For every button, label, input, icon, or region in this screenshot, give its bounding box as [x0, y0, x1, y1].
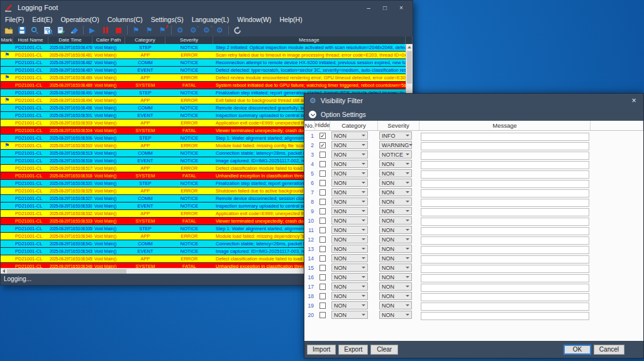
severity-select[interactable]: NON [379, 254, 412, 262]
stop-logging-button[interactable] [113, 25, 125, 35]
hidden-checkbox[interactable]: ✓ [319, 142, 326, 148]
severity-select[interactable]: NOTICE [379, 150, 412, 158]
hidden-checkbox[interactable] [319, 161, 326, 167]
menu-item-windoww[interactable]: Window(W) [237, 16, 271, 23]
category-select[interactable]: NON [331, 150, 368, 158]
table-row[interactable]: PD21001-CL2025-08-29T16:53:08.476933Void… [1, 44, 406, 52]
eraser-button[interactable] [69, 25, 80, 35]
table-row[interactable]: PD21001-CL2025-08-29T16:53:08.489993Void… [1, 82, 406, 89]
category-select[interactable]: NON [331, 254, 368, 262]
cancel-button[interactable]: Cancel [594, 345, 625, 355]
import-button[interactable]: Import [307, 345, 336, 355]
table-row[interactable]: ⚑PD21001-CL2025-08-29T16:53:08.489446Voi… [1, 74, 406, 82]
severity-select[interactable]: NON [379, 311, 412, 319]
category-select[interactable]: NON [331, 311, 368, 319]
dialog-close-button[interactable]: × [630, 96, 638, 105]
scroll-up-arrow-icon[interactable] [406, 44, 413, 50]
horizontal-scroll-thumb[interactable] [7, 269, 126, 274]
severity-select[interactable]: WARNING [379, 141, 412, 149]
close-button[interactable]: × [397, 4, 405, 11]
search-button[interactable] [29, 25, 41, 35]
pause-logging-button[interactable] [99, 25, 111, 35]
severity-select[interactable]: NON [379, 301, 412, 309]
severity-select[interactable]: NON [379, 197, 412, 206]
category-select[interactable]: NON [331, 264, 368, 272]
search-text-button[interactable] [42, 25, 54, 35]
column-header-caller-path[interactable]: Caller Path [92, 36, 125, 44]
category-select[interactable]: NON [331, 273, 368, 281]
hidden-checkbox[interactable] [319, 152, 326, 158]
severity-select[interactable]: NON [379, 169, 412, 177]
category-select[interactable]: NON [331, 245, 368, 253]
category-select[interactable]: NON [331, 216, 368, 225]
menu-item-filef[interactable]: File(F) [5, 16, 24, 23]
hidden-checkbox[interactable] [319, 265, 326, 271]
save-button[interactable] [16, 25, 28, 35]
column-header-message[interactable]: Message [213, 36, 406, 44]
option-gear-1-button[interactable]: ⚙∙∙ [187, 25, 199, 35]
hidden-checkbox[interactable] [319, 274, 326, 280]
severity-select[interactable]: INFO [379, 131, 412, 140]
category-select[interactable]: NON [331, 282, 368, 291]
copy-log-button[interactable] [55, 25, 67, 35]
hidden-checkbox[interactable] [319, 227, 326, 233]
category-select[interactable]: NON [331, 169, 368, 177]
category-select[interactable]: NON [331, 292, 368, 300]
refresh-button[interactable] [231, 25, 243, 35]
maximize-button[interactable]: □ [381, 4, 389, 11]
hidden-checkbox[interactable] [319, 246, 326, 252]
severity-select[interactable]: NON [379, 282, 412, 291]
dialog-title-bar[interactable]: ⚙ Visibility Filter × [304, 94, 643, 108]
severity-select[interactable]: NON [379, 188, 412, 196]
severity-select[interactable]: NON [379, 179, 412, 187]
hidden-checkbox[interactable] [319, 236, 326, 243]
hidden-checkbox[interactable] [319, 255, 326, 262]
scroll-left-arrow-icon[interactable] [1, 269, 7, 273]
hidden-checkbox[interactable] [319, 293, 326, 299]
option-gear-3-button[interactable]: ⚙ [214, 25, 226, 35]
menu-item-edite[interactable]: Edit(E) [32, 16, 52, 23]
marker-jump-button[interactable]: ⚑ [143, 25, 155, 35]
severity-select[interactable]: NON [379, 160, 412, 168]
severity-select[interactable]: NON [379, 264, 412, 272]
category-select[interactable]: NON [331, 226, 368, 234]
category-select[interactable]: NON [331, 301, 368, 309]
category-select[interactable]: NON [331, 235, 368, 243]
severity-select[interactable]: NON [379, 226, 412, 234]
table-row[interactable]: PD21001-CL2025-08-29T16:53:08.482786Void… [1, 59, 406, 67]
hidden-checkbox[interactable] [319, 199, 326, 205]
hidden-checkbox[interactable] [319, 284, 326, 290]
category-select[interactable]: NON [331, 131, 368, 140]
minimize-button[interactable]: – [365, 4, 372, 11]
category-select[interactable]: NON [331, 141, 368, 149]
menu-item-operationo[interactable]: Operation(O) [60, 16, 99, 23]
severity-select[interactable]: NON [379, 207, 412, 215]
column-header-date-time[interactable]: Date Time [48, 36, 92, 44]
column-header-host-name[interactable]: Host Name [13, 36, 48, 44]
menu-item-helph[interactable]: Help(H) [279, 16, 302, 23]
severity-select[interactable]: NON [379, 292, 412, 300]
category-select[interactable]: NON [331, 188, 368, 196]
category-select[interactable]: NON [331, 197, 368, 206]
hidden-checkbox[interactable] [319, 303, 326, 309]
filter-message-input[interactable] [421, 312, 589, 320]
category-select[interactable]: NON [331, 179, 368, 187]
export-button[interactable]: Export [338, 345, 368, 355]
title-bar[interactable]: Logging Foot – □ × [1, 1, 413, 14]
hidden-checkbox[interactable] [319, 170, 326, 177]
open-folder-button[interactable] [3, 25, 14, 35]
menu-item-languagel[interactable]: Language(L) [192, 16, 230, 23]
category-select[interactable]: NON [331, 160, 368, 168]
hidden-checkbox[interactable]: ✓ [319, 133, 326, 139]
column-header-mark[interactable]: Mark [1, 36, 13, 44]
start-logging-button[interactable]: ▶ [86, 25, 98, 35]
hidden-checkbox[interactable] [319, 312, 326, 318]
column-header-severity[interactable]: Severity [165, 36, 213, 44]
hidden-checkbox[interactable] [319, 208, 326, 214]
hidden-checkbox[interactable] [319, 189, 326, 196]
ok-button[interactable]: OK [564, 345, 591, 355]
menu-item-settingss[interactable]: Settings(S) [151, 16, 184, 23]
table-row[interactable]: ⚑PD21001-CL2025-08-29T16:53:08.481301Voi… [1, 52, 406, 59]
menu-item-columnsc[interactable]: Columns(C) [108, 16, 143, 23]
severity-select[interactable]: NON [379, 235, 412, 243]
